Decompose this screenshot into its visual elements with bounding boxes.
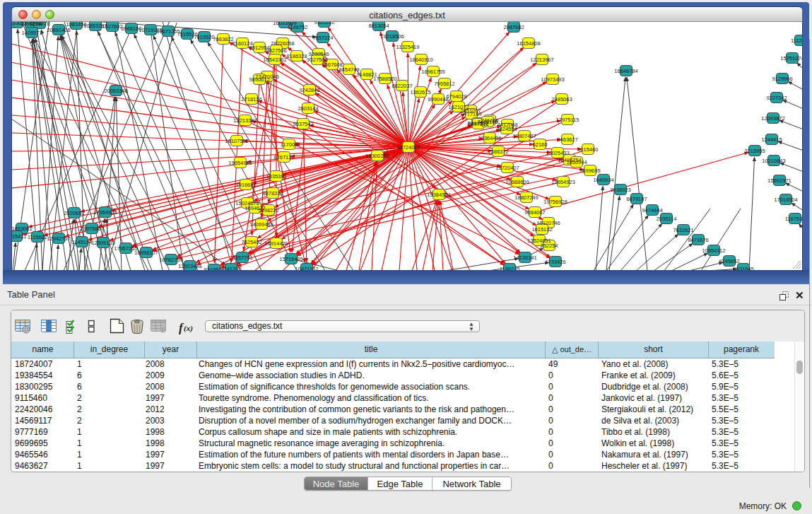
svg-text:12093872: 12093872 (761, 115, 784, 122)
svg-text:12505135: 12505135 (91, 240, 114, 246)
svg-text:18300295: 18300295 (365, 153, 389, 159)
svg-text:7615520: 7615520 (194, 34, 214, 40)
svg-text:18724007: 18724007 (396, 144, 420, 151)
svg-text:9857791: 9857791 (232, 255, 252, 261)
svg-text:2718126: 2718126 (241, 96, 261, 103)
svg-text:16543362: 16543362 (263, 57, 286, 63)
svg-text:9351202: 9351202 (314, 22, 334, 25)
svg-text:28226058: 28226058 (271, 40, 294, 47)
svg-text:12213967: 12213967 (530, 57, 553, 63)
svg-text:20691406: 20691406 (47, 27, 70, 33)
svg-text:7386372: 7386372 (488, 148, 508, 155)
svg-text:5498222: 5498222 (258, 207, 278, 214)
svg-text:7663822: 7663822 (213, 36, 233, 42)
svg-text:9463627: 9463627 (557, 136, 577, 143)
svg-text:1853061: 1853061 (12, 226, 33, 232)
svg-text:9699695: 9699695 (579, 168, 600, 174)
svg-text:7625402: 7625402 (241, 239, 261, 245)
svg-text:15751074: 15751074 (780, 55, 802, 62)
svg-text:1640934: 1640934 (593, 177, 613, 183)
svg-text:9084067: 9084067 (524, 209, 545, 216)
svg-text:17975115: 17975115 (556, 117, 579, 123)
svg-text:1167533: 1167533 (785, 216, 802, 222)
svg-text:117006: 117006 (281, 141, 298, 148)
svg-text:20364436: 20364436 (478, 135, 501, 141)
svg-text:8741205: 8741205 (220, 266, 241, 271)
svg-text:16782759: 16782759 (159, 257, 182, 263)
svg-text:7632621: 7632621 (673, 227, 693, 233)
svg-text:8267130: 8267130 (273, 154, 294, 160)
svg-text:14099489: 14099489 (249, 221, 273, 228)
svg-text:11325419: 11325419 (396, 44, 420, 50)
svg-text:7485063: 7485063 (551, 96, 572, 103)
svg-text:1916682: 1916682 (235, 182, 256, 188)
svg-text:14136141: 14136141 (513, 255, 536, 261)
svg-text:23975867: 23975867 (80, 226, 103, 232)
svg-text:1527602: 1527602 (102, 23, 122, 30)
svg-text:7955812: 7955812 (434, 81, 454, 87)
svg-text:1112404: 1112404 (791, 37, 802, 44)
svg-text:16154808: 16154808 (517, 40, 540, 47)
svg-text:19654985: 19654985 (228, 160, 252, 166)
svg-text:1244415: 1244415 (761, 136, 782, 143)
svg-text:10958107: 10958107 (134, 250, 158, 256)
svg-text:15720407: 15720407 (495, 165, 519, 171)
svg-text:19654923: 19654923 (551, 179, 575, 185)
svg-text:16914479: 16914479 (264, 240, 288, 247)
svg-text:8938923: 8938923 (610, 187, 630, 193)
svg-text:16107552: 16107552 (225, 138, 248, 144)
svg-text:2803144: 2803144 (298, 105, 318, 112)
svg-text:3824554: 3824554 (496, 126, 517, 132)
svg-text:12942757: 12942757 (47, 235, 70, 242)
svg-text:6794028: 6794028 (446, 93, 466, 100)
svg-text:16648784: 16648784 (614, 68, 637, 74)
svg-text:8990448: 8990448 (428, 96, 448, 103)
svg-text:1405571: 1405571 (21, 30, 42, 36)
svg-text:62160: 62160 (533, 141, 548, 148)
svg-text:9827506: 9827506 (266, 47, 286, 54)
svg-text:9245652: 9245652 (719, 258, 739, 264)
svg-text:15692971: 15692971 (767, 177, 791, 184)
svg-text:8822037: 8822037 (392, 83, 412, 89)
svg-text:17016504: 17016504 (774, 197, 797, 203)
svg-text:1145194: 1145194 (72, 239, 93, 245)
svg-text:8471676: 8471676 (688, 237, 708, 243)
svg-text:7857224: 7857224 (312, 35, 333, 41)
svg-text:252254: 252254 (540, 243, 558, 249)
svg-text:1362615: 1362615 (410, 89, 430, 95)
svg-text:18640910: 18640910 (409, 57, 433, 63)
svg-text:15716485: 15716485 (279, 256, 302, 262)
svg-text:16961755: 16961755 (421, 69, 445, 75)
svg-text:10654112: 10654112 (702, 247, 726, 254)
svg-text:19218506: 19218506 (380, 33, 404, 40)
svg-text:17588520: 17588520 (373, 76, 396, 82)
svg-text:1115682: 1115682 (28, 234, 47, 240)
svg-text:1335391: 1335391 (266, 173, 286, 180)
svg-text:9031845: 9031845 (733, 266, 753, 271)
svg-text:9474444: 9474444 (642, 207, 662, 214)
svg-text:8878312: 8878312 (262, 190, 283, 197)
svg-text:2087682: 2087682 (503, 24, 524, 30)
svg-text:19384554: 19384554 (427, 192, 450, 198)
svg-text:8813054: 8813054 (368, 23, 389, 29)
svg-text:16120746: 16120746 (536, 220, 560, 226)
svg-text:1615132: 1615132 (531, 226, 552, 233)
svg-text:9242848: 9242848 (299, 87, 319, 93)
svg-text:2935114: 2935114 (657, 216, 677, 222)
svg-text:1733426: 1733426 (545, 259, 565, 265)
svg-text:10025433: 10025433 (546, 150, 569, 156)
svg-text:18807249: 18807249 (514, 194, 538, 201)
svg-text:1650944: 1650944 (566, 159, 587, 165)
svg-text:9115460: 9115460 (578, 146, 599, 153)
svg-text:(x): (x) (184, 324, 193, 333)
svg-text:1148752: 1148752 (288, 24, 308, 30)
svg-text:17359924: 17359924 (93, 209, 117, 216)
svg-text:10973493: 10973493 (541, 76, 564, 83)
svg-text:10210643: 10210643 (762, 158, 785, 164)
svg-text:20053346: 20053346 (104, 88, 127, 94)
svg-text:9129966: 9129966 (772, 76, 792, 82)
svg-text:19756928: 19756928 (543, 199, 567, 205)
svg-text:12213382: 12213382 (233, 117, 257, 124)
svg-text:9227342: 9227342 (766, 95, 787, 101)
svg-text:9777169: 9777169 (461, 111, 481, 117)
